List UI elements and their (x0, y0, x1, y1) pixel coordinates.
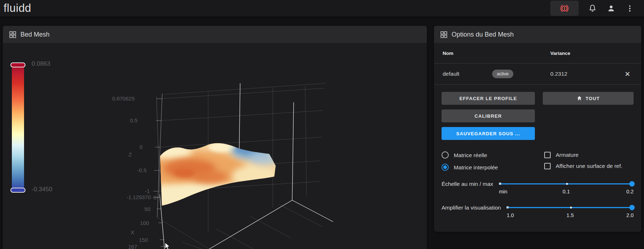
radio-icon-checked (442, 164, 449, 171)
x-axis-label: X (131, 229, 134, 235)
slider-tick-mid (566, 183, 568, 185)
amplify-visualisation-slider[interactable]: 1.0 1.5 2.0 (507, 205, 634, 221)
home-icon (577, 95, 582, 101)
save-as-label: SAUVEGARDER SOUS ... (456, 131, 520, 136)
amplify-visualisation-label: Amplifier la visualisation (442, 205, 501, 221)
bed-mesh-panel-header[interactable]: Bed Mesh (3, 26, 427, 43)
bed-mesh-3d-plot[interactable]: 0.870625 0.5 0 -0.5 -1 -1.129370 Z 0 50 … (3, 43, 427, 249)
app-logo: fluidd (0, 0, 31, 17)
z-axis-tick-labels: 0.870625 0.5 0 -0.5 -1 -1.129370 (112, 95, 151, 200)
svg-text:50: 50 (144, 206, 150, 212)
checkbox-wireframe-label: Armature (556, 151, 579, 158)
save-as-button[interactable]: SAUVEGARDER SOUS ... (442, 127, 535, 140)
svg-text:0.5: 0.5 (130, 117, 137, 123)
profile-name: default (443, 71, 492, 77)
notifications-button[interactable] (583, 1, 602, 16)
tick-label-min: min (499, 189, 507, 194)
tick-label-mid: 1.5 (566, 212, 574, 218)
vertical-dots-icon (626, 4, 634, 13)
profiles-table-header: Nom Variance (434, 43, 641, 64)
tick-label-max: 0.2 (626, 189, 634, 194)
checkbox-reference-surface[interactable]: Afficher une surface de ref. (544, 163, 634, 169)
checkbox-wireframe[interactable]: Armature (544, 151, 634, 158)
options-panel-header[interactable]: Options du Bed Mesh (434, 26, 641, 43)
grid-icon (9, 31, 16, 38)
clear-profile-button[interactable]: EFFACER LE PROFILE (442, 92, 535, 105)
amplify-visualisation-row: Amplifier la visualisation 1.0 1.5 2.0 (442, 205, 634, 221)
display-toggles-section: Matrice réelle Matrice interpolée Armatu… (434, 140, 641, 171)
active-badge: active (492, 70, 513, 78)
app-bar: fluidd (0, 0, 644, 17)
slider-tick-start (499, 183, 501, 185)
profile-row-default[interactable]: default active 0.2312 ✕ (434, 64, 641, 85)
bed-mesh-3d-plot-svg: 0.870625 0.5 0 -0.5 -1 -1.129370 Z 0 50 … (3, 43, 427, 249)
sliders-section: Échelle au min / max min 0.1 0.2 Amplifi… (434, 171, 641, 232)
home-all-label: TOUT (585, 96, 600, 101)
radio-real-matrix[interactable]: Matrice réelle (442, 151, 544, 159)
svg-text:0: 0 (140, 144, 143, 150)
tick-label-mid: 0.1 (563, 189, 570, 194)
slider-tick-labels: min 0.1 0.2 (499, 189, 634, 196)
emergency-stop-icon (560, 4, 569, 13)
mouse-cursor (165, 243, 170, 249)
checkbox-icon-unchecked (544, 152, 551, 158)
svg-text:0: 0 (154, 194, 157, 201)
bell-icon (588, 4, 597, 13)
bed-mesh-plot-area: 0.0863 -0.3450 (3, 43, 427, 249)
x-axis-tick-labels: 0 50 100 150 167 (128, 194, 157, 249)
calibrate-button[interactable]: CALIBRER (442, 109, 535, 122)
options-panel-title: Options du Bed Mesh (452, 31, 514, 38)
bed-mesh-panel-title: Bed Mesh (20, 31, 50, 38)
scale-min-max-row: Échelle au min / max min 0.1 0.2 (442, 181, 634, 197)
profile-variance: 0.2312 (550, 71, 622, 77)
radio-interpolated-matrix[interactable]: Matrice interpolée (442, 164, 544, 171)
svg-text:-1.129370: -1.129370 (126, 194, 151, 200)
slider-tick-labels: 1.0 1.5 2.0 (507, 212, 634, 220)
bed-mesh-options-panel: Options du Bed Mesh Nom Variance default… (434, 26, 641, 232)
person-icon (607, 4, 616, 13)
mesh-surface (141, 136, 283, 212)
slider-tick-mid (570, 207, 572, 208)
remove-profile-button[interactable]: ✕ (622, 71, 633, 77)
column-header-name: Nom (443, 51, 492, 56)
z-axis-label: Z (129, 151, 132, 158)
overflow-menu-button[interactable] (620, 1, 639, 16)
home-all-button[interactable]: TOUT (543, 92, 634, 105)
emergency-stop-button[interactable] (550, 1, 579, 16)
bed-mesh-panel: Bed Mesh 0.0863 -0.3450 (3, 26, 427, 249)
svg-text:-0.5: -0.5 (137, 167, 146, 173)
svg-text:0.870625: 0.870625 (112, 95, 135, 102)
user-button[interactable] (602, 1, 620, 16)
radio-real-matrix-label: Matrice réelle (454, 152, 487, 159)
radio-icon-unchecked (442, 151, 449, 159)
tick-label-max: 2.0 (626, 212, 634, 218)
slider-thumb[interactable] (629, 205, 635, 210)
column-header-variance: Variance (550, 51, 622, 56)
grid-icon (440, 31, 447, 38)
clear-profile-label: EFFACER LE PROFILE (459, 96, 517, 101)
radio-interpolated-matrix-label: Matrice interpolée (454, 164, 498, 171)
checkbox-icon-unchecked (544, 163, 551, 169)
tick-label-min: 1.0 (507, 212, 514, 218)
calibrate-label: CALIBRER (475, 113, 502, 119)
svg-text:-1: -1 (145, 188, 150, 194)
svg-text:150: 150 (139, 237, 148, 243)
svg-text:167: 167 (128, 244, 137, 249)
scale-min-max-label: Échelle au min / max (442, 181, 493, 197)
slider-thumb[interactable] (629, 181, 635, 187)
actions-section: EFFACER LE PROFILE TOUT CALIBRER SAUVEGA… (434, 85, 641, 140)
app-bar-actions (550, 1, 644, 16)
scale-min-max-slider[interactable]: min 0.1 0.2 (499, 181, 634, 197)
slider-tick-start (507, 206, 509, 208)
svg-text:100: 100 (140, 220, 149, 226)
checkbox-reference-surface-label: Afficher une surface de ref. (556, 163, 622, 169)
